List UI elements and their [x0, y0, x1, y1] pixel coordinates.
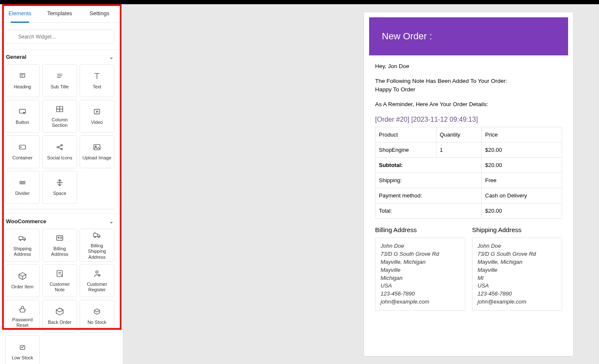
cell-price: $20.00 [482, 142, 562, 158]
svg-rect-12 [19, 236, 23, 239]
canvas: New Order : Hey, Jon Doe The Following N… [123, 4, 599, 364]
widget-note[interactable]: Customer Note [42, 264, 77, 297]
svg-rect-15 [57, 235, 63, 240]
payment-value: Cash on Delivery [482, 188, 562, 203]
order-meta: [Order #20] [2023-11-12 09:49:13] [375, 116, 562, 123]
widget-label: No Stock [86, 320, 108, 325]
sidebar: Elements Templates Settings General ⌄ He… [0, 4, 123, 364]
widget-boxback[interactable]: Back Order [42, 300, 77, 333]
widget-divider[interactable]: Divider [5, 171, 40, 204]
widget-boxno[interactable]: No Stock [80, 300, 114, 333]
cell-qty: 1 [436, 142, 481, 158]
svg-rect-17 [94, 234, 97, 237]
billing-box: John Doe 73/D G South Grove Rd Mayville,… [375, 238, 465, 311]
search-wrap [0, 23, 119, 49]
addr-line: 73/D G South Grove Rd [381, 250, 460, 258]
table-row: Shipping: Free [375, 173, 562, 188]
widget-lock[interactable]: Password Reset [5, 300, 40, 333]
truck-icon [18, 233, 27, 243]
search-input[interactable] [5, 30, 114, 44]
chevron-down-icon: ⌄ [109, 54, 113, 60]
svg-point-18 [94, 236, 96, 238]
widget-social[interactable]: Social Icons [42, 135, 77, 168]
widget-user[interactable]: Customer Register [80, 264, 114, 297]
video-icon [92, 107, 102, 116]
svg-point-6 [20, 147, 21, 148]
widget-subtitle[interactable]: Sub Title [42, 64, 77, 97]
space-icon [55, 178, 64, 187]
widget-space[interactable]: Space [42, 171, 77, 204]
addr-line: Mayville, Michigan [381, 258, 460, 266]
greeting: Hey, Jon Doe [375, 63, 562, 69]
widget-truck2[interactable]: Billing Shipping Address [80, 229, 114, 262]
columns-icon [55, 104, 64, 114]
addr-line: Mayville [381, 266, 460, 274]
subtotal-value: $20.00 [482, 158, 562, 173]
note-intro: The Following Note Has Been Added To You… [375, 78, 507, 84]
widget-label: Button [14, 120, 31, 125]
tab-elements[interactable]: Elements [0, 4, 40, 22]
widgets-general: HeadingSub TitleTextButtonColumn Section… [0, 64, 119, 209]
subtotal-label: Subtotal: [375, 158, 482, 173]
table-row: Total: $20.00 [375, 203, 562, 219]
widget-box[interactable]: Order Item [5, 264, 40, 297]
widget-label: Column Section [43, 117, 77, 128]
widget-card[interactable]: Billing Address [42, 229, 77, 262]
svg-point-14 [24, 239, 25, 241]
widgets-woo: Shipping AddressBilling AddressBilling S… [0, 229, 119, 364]
group-label-woo: WooCommerce [6, 218, 46, 224]
widget-label: Social Icons [45, 155, 74, 161]
widget-label: Text [91, 84, 103, 90]
widget-label: Space [51, 191, 68, 196]
widget-label: Sub Title [49, 84, 71, 90]
widget-columns[interactable]: Column Section [42, 100, 77, 133]
svg-rect-4 [94, 109, 100, 114]
total-value: $20.00 [482, 203, 562, 219]
container-icon [18, 142, 27, 152]
svg-point-13 [20, 239, 21, 241]
addr-line: Mayville, Michigan [478, 258, 557, 266]
svg-point-22 [99, 274, 100, 276]
widget-label: Shipping Address [6, 246, 39, 257]
group-head-general[interactable]: General ⌄ [0, 49, 119, 64]
widget-container[interactable]: Container [5, 135, 40, 168]
note-icon [55, 269, 64, 278]
widget-text[interactable]: Text [80, 64, 114, 97]
widget-label: Heading [12, 84, 33, 90]
widget-label: Customer Register [80, 282, 114, 293]
addr-line: john@example.com [381, 298, 460, 306]
cell-product: ShopEngine [375, 142, 436, 158]
addr-line: John Doe [381, 242, 460, 250]
table-row: ShopEngine 1 $20.00 [375, 142, 562, 158]
billing-head: Billing Address [375, 226, 465, 233]
divider-icon [18, 178, 27, 187]
total-label: Total: [375, 203, 482, 219]
email-card: New Order : Hey, Jon Doe The Following N… [364, 12, 574, 356]
svg-point-11 [95, 146, 97, 147]
widget-label: Back Order [46, 320, 73, 325]
tab-templates[interactable]: Templates [40, 4, 80, 22]
app-topbar [0, 0, 599, 4]
tabs-row: Elements Templates Settings [0, 4, 119, 23]
boxno-icon [92, 307, 102, 316]
widget-label: Billing Shipping Address [80, 243, 114, 260]
widget-image[interactable]: Upload Image [80, 135, 114, 168]
widget-truck[interactable]: Shipping Address [5, 229, 40, 262]
svg-rect-23 [20, 309, 25, 312]
widget-boxlow[interactable]: Low Stock [5, 335, 40, 364]
group-head-woo[interactable]: WooCommerce ⌄ [0, 213, 119, 229]
addr-line: 123-456-7890 [381, 290, 460, 298]
svg-point-16 [58, 237, 59, 238]
tab-settings[interactable]: Settings [80, 4, 119, 22]
widget-button[interactable]: Button [5, 100, 40, 133]
widget-label: Order Item [10, 284, 36, 290]
svg-point-21 [96, 271, 98, 273]
email-header: New Order : [369, 17, 568, 55]
truck2-icon [92, 230, 102, 240]
widget-heading[interactable]: Heading [5, 64, 40, 97]
addr-line: 123-456-7890 [478, 290, 557, 298]
user-icon [92, 269, 102, 278]
widget-video[interactable]: Video [80, 100, 114, 133]
reminder: As A Reminder, Here Are Your Order Detai… [375, 101, 562, 107]
th-product: Product [375, 127, 436, 142]
